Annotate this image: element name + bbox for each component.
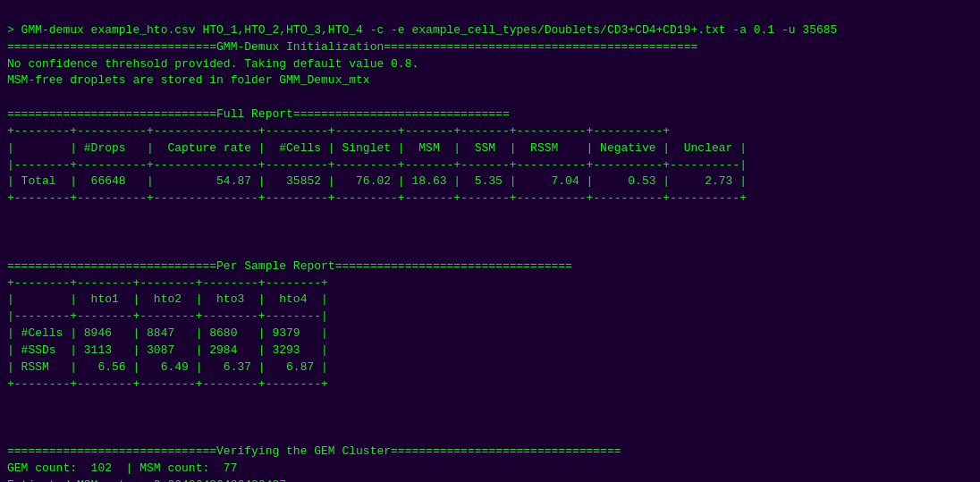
terminal-text: > GMM-demux example_hto.csv HTO_1,HTO_2,… bbox=[7, 22, 973, 482]
terminal-output: > GMM-demux example_hto.csv HTO_1,HTO_2,… bbox=[7, 5, 973, 482]
